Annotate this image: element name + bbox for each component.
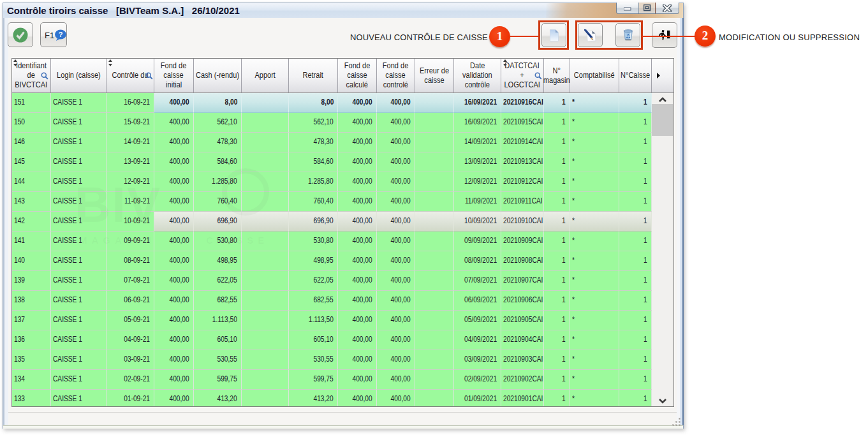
svg-text:?: ? [59,31,63,38]
